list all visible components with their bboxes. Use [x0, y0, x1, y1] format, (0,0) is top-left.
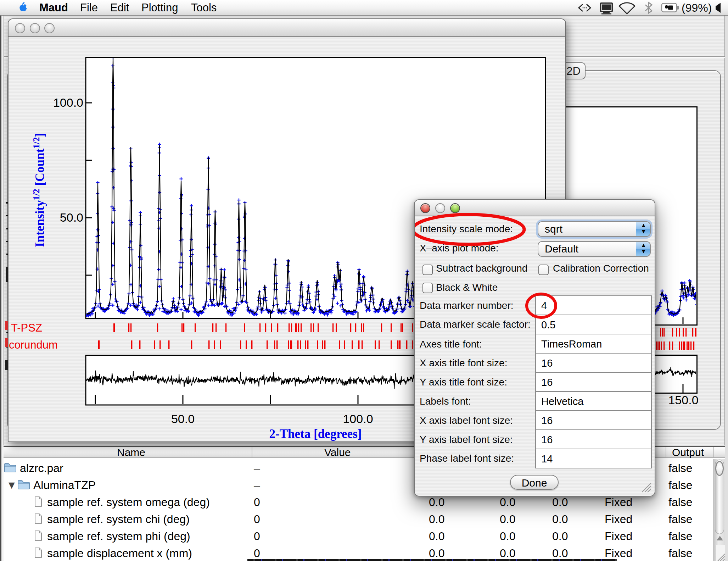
- svg-text:corundum: corundum: [9, 339, 58, 351]
- svg-text:50.0: 50.0: [171, 412, 195, 426]
- svg-text:Intensity1/2 [Count1/2]: Intensity1/2 [Count1/2]: [32, 133, 47, 247]
- svg-text:T-PSZ: T-PSZ: [11, 322, 42, 334]
- svg-text:100.0: 100.0: [343, 412, 373, 426]
- svg-text:50.0: 50.0: [60, 211, 83, 224]
- svg-text:150.0: 150.0: [668, 393, 698, 407]
- svg-text:(99%): (99%): [682, 1, 712, 14]
- svg-text:100.0: 100.0: [53, 96, 83, 109]
- svg-text:2-Theta [degrees]: 2-Theta [degrees]: [269, 427, 362, 441]
